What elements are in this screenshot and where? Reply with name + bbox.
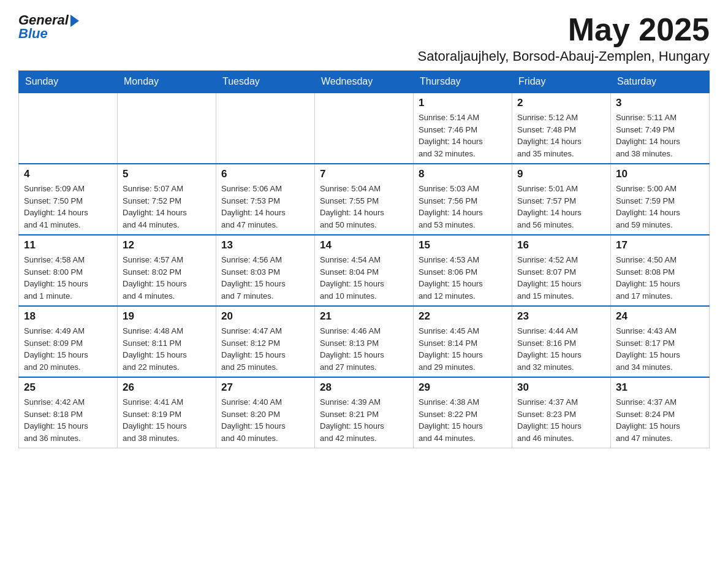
day-number: 26 xyxy=(123,381,211,394)
title-area: May 2025 Satoraljaujhely, Borsod-Abauj-Z… xyxy=(417,12,710,64)
day-number: 21 xyxy=(320,310,408,323)
calendar-cell: 14Sunrise: 4:54 AM Sunset: 8:04 PM Dayli… xyxy=(315,235,414,306)
day-number: 29 xyxy=(419,381,507,394)
day-number: 11 xyxy=(24,239,112,251)
day-number: 12 xyxy=(123,239,211,251)
day-info: Sunrise: 4:46 AM Sunset: 8:13 PM Dayligh… xyxy=(320,325,408,373)
day-info: Sunrise: 4:41 AM Sunset: 8:19 PM Dayligh… xyxy=(123,396,211,444)
calendar-cell xyxy=(19,93,118,164)
day-number: 15 xyxy=(419,239,507,251)
day-info: Sunrise: 5:12 AM Sunset: 7:48 PM Dayligh… xyxy=(517,112,605,159)
weekday-header-saturday: Saturday xyxy=(611,71,710,93)
day-number: 24 xyxy=(616,310,704,323)
calendar-cell: 25Sunrise: 4:42 AM Sunset: 8:18 PM Dayli… xyxy=(19,377,118,448)
calendar-cell: 5Sunrise: 5:07 AM Sunset: 7:52 PM Daylig… xyxy=(118,164,216,235)
day-number: 1 xyxy=(419,97,507,109)
calendar-cell: 8Sunrise: 5:03 AM Sunset: 7:56 PM Daylig… xyxy=(414,164,512,235)
logo-arrow-icon xyxy=(70,15,79,27)
calendar-week-row: 4Sunrise: 5:09 AM Sunset: 7:50 PM Daylig… xyxy=(19,164,710,235)
calendar-cell: 28Sunrise: 4:39 AM Sunset: 8:21 PM Dayli… xyxy=(315,377,414,448)
calendar-cell: 29Sunrise: 4:38 AM Sunset: 8:22 PM Dayli… xyxy=(414,377,512,448)
day-info: Sunrise: 5:03 AM Sunset: 7:56 PM Dayligh… xyxy=(419,183,507,231)
calendar-cell: 10Sunrise: 5:00 AM Sunset: 7:59 PM Dayli… xyxy=(611,164,710,235)
calendar-cell: 26Sunrise: 4:41 AM Sunset: 8:19 PM Dayli… xyxy=(118,377,216,448)
page-header: General Blue May 2025 Satoraljaujhely, B… xyxy=(18,12,710,64)
day-info: Sunrise: 5:04 AM Sunset: 7:55 PM Dayligh… xyxy=(320,183,408,231)
logo: General Blue xyxy=(18,12,79,42)
day-info: Sunrise: 4:38 AM Sunset: 8:22 PM Dayligh… xyxy=(419,396,507,444)
calendar-table: SundayMondayTuesdayWednesdayThursdayFrid… xyxy=(18,71,710,448)
weekday-header-tuesday: Tuesday xyxy=(216,71,315,93)
calendar-cell: 2Sunrise: 5:12 AM Sunset: 7:48 PM Daylig… xyxy=(512,93,611,164)
location-title: Satoraljaujhely, Borsod-Abauj-Zemplen, H… xyxy=(417,48,710,64)
month-title: May 2025 xyxy=(417,12,710,47)
day-info: Sunrise: 4:43 AM Sunset: 8:17 PM Dayligh… xyxy=(616,325,704,373)
calendar-cell: 16Sunrise: 4:52 AM Sunset: 8:07 PM Dayli… xyxy=(512,235,611,306)
calendar-cell: 17Sunrise: 4:50 AM Sunset: 8:08 PM Dayli… xyxy=(611,235,710,306)
calendar-cell xyxy=(118,93,216,164)
calendar-cell: 22Sunrise: 4:45 AM Sunset: 8:14 PM Dayli… xyxy=(414,306,512,377)
weekday-header-sunday: Sunday xyxy=(19,71,118,93)
day-number: 25 xyxy=(24,381,112,394)
calendar-cell: 19Sunrise: 4:48 AM Sunset: 8:11 PM Dayli… xyxy=(118,306,216,377)
day-number: 22 xyxy=(419,310,507,323)
day-info: Sunrise: 4:54 AM Sunset: 8:04 PM Dayligh… xyxy=(320,254,408,302)
day-info: Sunrise: 4:56 AM Sunset: 8:03 PM Dayligh… xyxy=(221,254,309,302)
day-number: 19 xyxy=(123,310,211,323)
day-info: Sunrise: 4:42 AM Sunset: 8:18 PM Dayligh… xyxy=(24,396,112,444)
day-number: 14 xyxy=(320,239,408,251)
calendar-cell: 11Sunrise: 4:58 AM Sunset: 8:00 PM Dayli… xyxy=(19,235,118,306)
day-number: 27 xyxy=(221,381,309,394)
day-info: Sunrise: 5:11 AM Sunset: 7:49 PM Dayligh… xyxy=(616,112,704,159)
day-number: 6 xyxy=(221,168,309,180)
day-number: 2 xyxy=(517,97,605,109)
day-number: 20 xyxy=(221,310,309,323)
calendar-cell xyxy=(315,93,414,164)
day-info: Sunrise: 5:14 AM Sunset: 7:46 PM Dayligh… xyxy=(419,112,507,159)
day-number: 28 xyxy=(320,381,408,394)
day-number: 16 xyxy=(517,239,605,251)
day-number: 7 xyxy=(320,168,408,180)
logo-blue-text: Blue xyxy=(18,26,48,42)
day-info: Sunrise: 4:37 AM Sunset: 8:24 PM Dayligh… xyxy=(616,396,704,444)
day-info: Sunrise: 4:45 AM Sunset: 8:14 PM Dayligh… xyxy=(419,325,507,373)
calendar-cell: 30Sunrise: 4:37 AM Sunset: 8:23 PM Dayli… xyxy=(512,377,611,448)
weekday-header-monday: Monday xyxy=(118,71,216,93)
day-info: Sunrise: 5:01 AM Sunset: 7:57 PM Dayligh… xyxy=(517,183,605,231)
day-number: 9 xyxy=(517,168,605,180)
day-number: 18 xyxy=(24,310,112,323)
day-info: Sunrise: 4:37 AM Sunset: 8:23 PM Dayligh… xyxy=(517,396,605,444)
calendar-cell: 4Sunrise: 5:09 AM Sunset: 7:50 PM Daylig… xyxy=(19,164,118,235)
day-info: Sunrise: 5:06 AM Sunset: 7:53 PM Dayligh… xyxy=(221,183,309,231)
day-info: Sunrise: 4:48 AM Sunset: 8:11 PM Dayligh… xyxy=(123,325,211,373)
calendar-week-row: 18Sunrise: 4:49 AM Sunset: 8:09 PM Dayli… xyxy=(19,306,710,377)
calendar-week-row: 11Sunrise: 4:58 AM Sunset: 8:00 PM Dayli… xyxy=(19,235,710,306)
day-number: 10 xyxy=(616,168,704,180)
weekday-header-wednesday: Wednesday xyxy=(315,71,414,93)
calendar-cell: 9Sunrise: 5:01 AM Sunset: 7:57 PM Daylig… xyxy=(512,164,611,235)
day-number: 23 xyxy=(517,310,605,323)
calendar-cell: 20Sunrise: 4:47 AM Sunset: 8:12 PM Dayli… xyxy=(216,306,315,377)
day-number: 8 xyxy=(419,168,507,180)
day-info: Sunrise: 4:44 AM Sunset: 8:16 PM Dayligh… xyxy=(517,325,605,373)
day-info: Sunrise: 4:47 AM Sunset: 8:12 PM Dayligh… xyxy=(221,325,309,373)
day-info: Sunrise: 5:07 AM Sunset: 7:52 PM Dayligh… xyxy=(123,183,211,231)
day-info: Sunrise: 4:53 AM Sunset: 8:06 PM Dayligh… xyxy=(419,254,507,302)
day-info: Sunrise: 4:58 AM Sunset: 8:00 PM Dayligh… xyxy=(24,254,112,302)
calendar-cell: 21Sunrise: 4:46 AM Sunset: 8:13 PM Dayli… xyxy=(315,306,414,377)
calendar-cell: 27Sunrise: 4:40 AM Sunset: 8:20 PM Dayli… xyxy=(216,377,315,448)
day-info: Sunrise: 4:39 AM Sunset: 8:21 PM Dayligh… xyxy=(320,396,408,444)
calendar-cell: 15Sunrise: 4:53 AM Sunset: 8:06 PM Dayli… xyxy=(414,235,512,306)
day-info: Sunrise: 5:09 AM Sunset: 7:50 PM Dayligh… xyxy=(24,183,112,231)
day-number: 3 xyxy=(616,97,704,109)
weekday-header-thursday: Thursday xyxy=(414,71,512,93)
day-number: 31 xyxy=(616,381,704,394)
calendar-week-row: 25Sunrise: 4:42 AM Sunset: 8:18 PM Dayli… xyxy=(19,377,710,448)
calendar-cell: 23Sunrise: 4:44 AM Sunset: 8:16 PM Dayli… xyxy=(512,306,611,377)
day-info: Sunrise: 4:49 AM Sunset: 8:09 PM Dayligh… xyxy=(24,325,112,373)
day-number: 4 xyxy=(24,168,112,180)
day-info: Sunrise: 4:52 AM Sunset: 8:07 PM Dayligh… xyxy=(517,254,605,302)
day-number: 13 xyxy=(221,239,309,251)
calendar-cell: 13Sunrise: 4:56 AM Sunset: 8:03 PM Dayli… xyxy=(216,235,315,306)
calendar-cell: 31Sunrise: 4:37 AM Sunset: 8:24 PM Dayli… xyxy=(611,377,710,448)
